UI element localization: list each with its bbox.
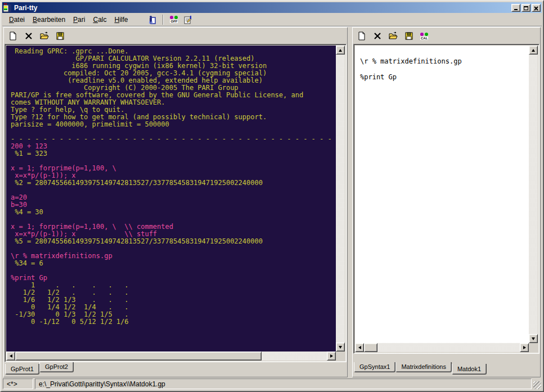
menu-datei[interactable]: Datei [6, 15, 28, 25]
new-session-button[interactable] [7, 30, 19, 42]
scrollbar-corner [336, 352, 345, 361]
close-button[interactable] [532, 4, 541, 12]
titlebar: Pari-tty [2, 2, 542, 13]
tab-gpprot1[interactable]: GpProt1 [5, 364, 39, 375]
open-folder-icon [389, 31, 398, 40]
console-output[interactable]: Reading GPRC: .gprc ...Done. GP/PARI CAL… [6, 46, 336, 352]
maximize-button[interactable] [521, 4, 530, 12]
window-title: Pari-tty [14, 4, 510, 12]
tab-gpsyntax1[interactable]: GpSyntax1 [354, 362, 395, 372]
delete-x-icon [24, 31, 33, 40]
tab-matdok1[interactable]: Matdok1 [452, 364, 487, 375]
arrow-left-icon [358, 346, 361, 349]
arrow-down-icon [532, 337, 535, 340]
new-document-icon [357, 31, 366, 40]
h-scrollbar-track[interactable] [262, 352, 327, 361]
console-pane: Reading GPRC: .gprc ...Done. GP/PARI CAL… [3, 27, 348, 377]
open-file-button[interactable] [39, 30, 50, 42]
statusbar: <*> e:\_Privat\Gotti\paritty\Syntax\\Mat… [2, 377, 542, 390]
console-toolbar [5, 28, 347, 44]
scrollbar-corner [529, 343, 538, 352]
arrow-left-icon [10, 354, 12, 358]
off-toggle-icon [170, 16, 178, 19]
maximize-icon [524, 6, 528, 10]
console-frame: Reading GPRC: .gprc ...Done. GP/PARI CAL… [5, 44, 347, 362]
scroll-left-button[interactable] [6, 352, 15, 361]
console-tabs: GpProt1 GpProt2 [5, 362, 347, 376]
console-v-scrollbar [336, 46, 345, 361]
scroll-down-button[interactable] [336, 343, 345, 352]
resize-grip[interactable] [533, 381, 541, 389]
h-scrollbar-thumb[interactable] [364, 343, 377, 352]
properties-icon [183, 15, 192, 24]
menubar: Datei Bearbeiten Pari Calc Hilfe OFF [2, 13, 542, 26]
tab-gpprot2[interactable]: GpProt2 [39, 362, 74, 372]
save-editor-file-button[interactable] [403, 30, 415, 42]
editor-content[interactable]: \r % matrixdefinitions.gp %print Gp [355, 46, 529, 343]
new-editor-button[interactable] [356, 30, 367, 42]
calc-run-button[interactable]: CAL [419, 31, 429, 41]
off-toggle-label: OFF [170, 20, 178, 23]
cal-label: CAL [420, 37, 428, 40]
pane-splitter[interactable] [348, 27, 352, 377]
person-door-icon [147, 15, 156, 24]
save-floppy-icon [56, 31, 65, 40]
scroll-up-button[interactable] [529, 46, 538, 55]
arrow-right-icon [523, 346, 526, 349]
scroll-down-button[interactable] [529, 334, 538, 343]
properties-button[interactable] [182, 14, 194, 25]
scroll-left-button[interactable] [355, 343, 364, 352]
arrow-right-icon [330, 354, 333, 358]
arrow-down-icon [339, 346, 342, 349]
status-filepath: e:\_Privat\Gotti\paritty\Syntax\\Matdok1… [35, 379, 532, 389]
toolbar-separator [163, 15, 164, 25]
main-content: Reading GPRC: .gprc ...Done. GP/PARI CAL… [2, 26, 542, 377]
editor-tabs: GpSyntax1 Matrixdefinitions Matdok1 [353, 362, 539, 376]
app-icon [3, 3, 12, 12]
app-window: Pari-tty Datei Bearbeiten Pari Calc Hilf… [0, 0, 544, 392]
scroll-right-button[interactable] [520, 343, 529, 352]
scroll-right-button[interactable] [327, 352, 336, 361]
menu-calc[interactable]: Calc [89, 15, 110, 25]
scroll-up-button[interactable] [336, 46, 345, 55]
cal-icon [420, 33, 428, 36]
tab-matrixdefinitions[interactable]: Matrixdefinitions [395, 362, 451, 372]
arrow-up-icon [339, 49, 342, 52]
save-floppy-icon [404, 31, 413, 40]
menu-bearbeiten[interactable]: Bearbeiten [29, 15, 69, 25]
minimize-button[interactable] [511, 4, 520, 12]
minimize-icon [514, 9, 518, 10]
save-file-button[interactable] [55, 30, 66, 42]
v-scrollbar-track[interactable] [336, 55, 345, 343]
menu-pari[interactable]: Pari [70, 15, 88, 25]
open-editor-file-button[interactable] [388, 30, 399, 42]
close-icon [534, 6, 538, 11]
editor-v-scrollbar [529, 46, 538, 352]
v-scrollbar-track[interactable] [529, 55, 538, 334]
editor-pane: CAL \r % matrixdefinitions.gp %print Gp [352, 27, 541, 377]
echo-off-toggle-button[interactable]: OFF [169, 15, 179, 24]
status-mode: <*> [3, 379, 33, 389]
new-document-icon [8, 31, 17, 40]
editor-frame: \r % matrixdefinitions.gp %print Gp [353, 44, 539, 354]
editor-toolbar: CAL [353, 28, 539, 44]
editor-h-scrollbar [355, 343, 529, 352]
open-folder-icon [40, 31, 49, 40]
close-editor-button[interactable] [372, 30, 383, 42]
h-scrollbar-track[interactable] [377, 343, 520, 352]
arrow-up-icon [532, 49, 535, 52]
close-session-button[interactable] [23, 30, 34, 42]
h-scrollbar-thumb[interactable] [15, 352, 262, 361]
console-h-scrollbar [6, 352, 336, 361]
gp-interrupt-button[interactable] [146, 14, 158, 25]
delete-x-icon [373, 31, 382, 40]
menu-hilfe[interactable]: Hilfe [111, 15, 131, 25]
